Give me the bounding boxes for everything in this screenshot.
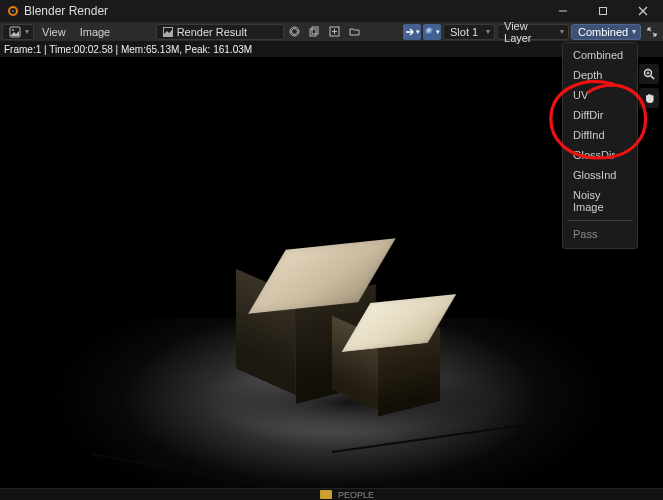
pass-footer-label: Pass (563, 224, 637, 244)
slot-label: Slot 1 (450, 26, 482, 38)
menu-view[interactable]: View (36, 24, 72, 40)
chevron-down-icon: ▾ (25, 27, 29, 36)
pass-item-uv[interactable]: UV (563, 85, 637, 105)
pass-item-diffind[interactable]: DiffInd (563, 125, 637, 145)
chevron-down-icon: ▾ (632, 27, 636, 36)
menu-image[interactable]: Image (74, 24, 117, 40)
duplicate-button[interactable] (306, 24, 324, 40)
display-channels-arrow-button[interactable]: ▾ (403, 24, 421, 40)
new-image-button[interactable] (326, 24, 344, 40)
os-taskbar[interactable]: PEOPLE (0, 488, 663, 500)
popup-divider (567, 220, 633, 221)
window-close-button[interactable] (623, 0, 663, 22)
svg-point-7 (12, 29, 14, 31)
svg-rect-9 (310, 29, 316, 36)
slot-dropdown[interactable]: Slot 1 ▾ (443, 24, 495, 40)
render-pass-popup: Combined Depth UV DiffDir DiffInd GlossD… (562, 42, 638, 249)
window-titlebar: Blender Render (0, 0, 663, 22)
image-datablock-dropdown[interactable]: Render Result (156, 24, 284, 40)
svg-rect-3 (600, 8, 607, 15)
image-icon (163, 27, 173, 37)
fake-user-button[interactable] (286, 24, 304, 40)
zoom-button[interactable] (639, 64, 659, 84)
pass-item-glossdir[interactable]: GlossDir (563, 145, 637, 165)
chevron-down-icon: ▾ (486, 27, 490, 36)
render-pass-label: Combined (578, 26, 628, 38)
hand-icon (643, 92, 656, 105)
chevron-down-icon: ▾ (560, 27, 564, 36)
pass-item-glossind[interactable]: GlossInd (563, 165, 637, 185)
render-pass-dropdown[interactable]: Combined ▾ (571, 24, 641, 40)
render-small-cube (352, 302, 442, 392)
svg-rect-10 (312, 27, 318, 34)
image-editor-icon (9, 26, 21, 38)
view-layer-label: View Layer (504, 20, 556, 44)
open-image-button[interactable] (346, 24, 364, 40)
pass-item-diffdir[interactable]: DiffDir (563, 105, 637, 125)
svg-point-1 (12, 10, 15, 13)
view-layer-dropdown[interactable]: View Layer ▾ (497, 24, 569, 40)
render-status-text: Frame:1 | Time:00:02.58 | Mem:65.13M, Pe… (4, 44, 252, 55)
pan-button[interactable] (639, 88, 659, 108)
pass-item-noisy[interactable]: Noisy Image (563, 185, 637, 217)
display-channels-sphere-button[interactable]: ▾ (423, 24, 441, 40)
image-datablock-name: Render Result (177, 26, 279, 38)
expand-button[interactable] (643, 24, 661, 40)
window-title: Blender Render (24, 4, 108, 18)
svg-point-14 (426, 27, 435, 36)
blender-logo-icon (6, 5, 18, 17)
pass-item-depth[interactable]: Depth (563, 65, 637, 85)
magnifier-icon (643, 68, 656, 81)
pass-item-combined[interactable]: Combined (563, 45, 637, 65)
svg-line-16 (651, 76, 654, 79)
image-editor-header: ▾ View Image Render Result ▾ ▾ (0, 22, 663, 42)
window-maximize-button[interactable] (583, 0, 623, 22)
taskbar-label: PEOPLE (338, 490, 374, 500)
folder-icon (320, 490, 332, 499)
chevron-down-icon: ▾ (416, 28, 420, 36)
editor-type-dropdown[interactable]: ▾ (2, 24, 34, 40)
chevron-down-icon: ▾ (436, 28, 440, 36)
